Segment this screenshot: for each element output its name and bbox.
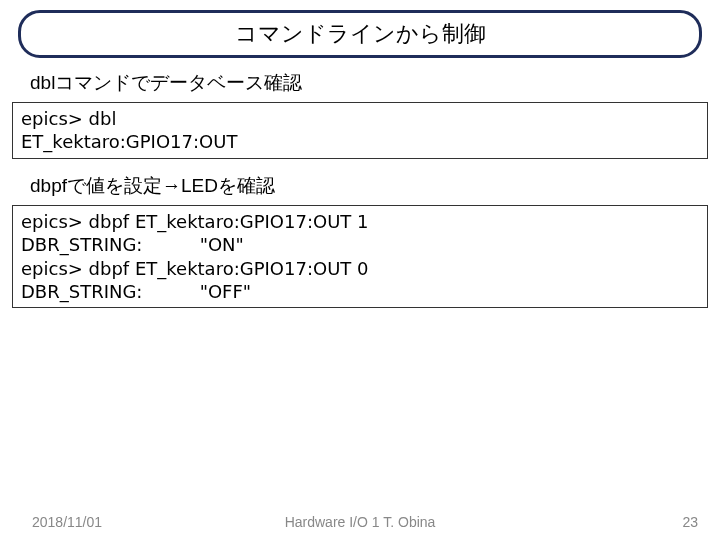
section2-heading: dbpfで値を設定→LEDを確認 — [30, 173, 720, 199]
footer-attribution: Hardware I/O 1 T. Obina — [285, 514, 436, 530]
code-block-dbpf: epics> dbpf ET_kektaro:GPIO17:OUT 1 DBR_… — [12, 205, 708, 309]
slide-title: コマンドラインから制御 — [18, 10, 702, 58]
section1-heading: dblコマンドでデータベース確認 — [30, 70, 720, 96]
footer-date: 2018/11/01 — [32, 514, 102, 530]
footer-page-number: 23 — [682, 514, 698, 530]
code-block-dbl: epics> dbl ET_kektaro:GPIO17:OUT — [12, 102, 708, 159]
slide-footer: 2018/11/01 Hardware I/O 1 T. Obina 23 — [0, 514, 720, 530]
